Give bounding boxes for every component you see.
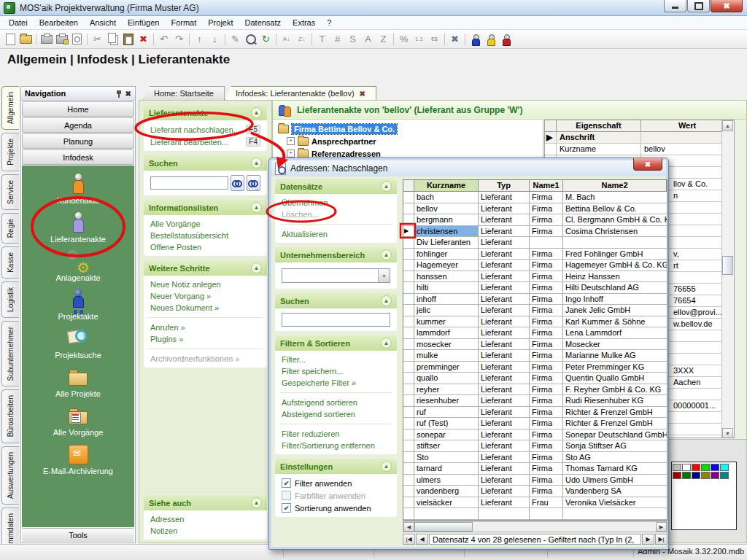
table-row[interactable]: inhoffLieferantFirmaIngo Inhoff	[403, 294, 667, 306]
color-swatch[interactable]	[673, 464, 681, 471]
cell-kurzname[interactable]: sonepar	[414, 429, 479, 441]
pin-icon[interactable]	[116, 90, 122, 98]
module-tab-auswertungen[interactable]: Auswertungen	[1, 446, 19, 505]
cell-name2[interactable]: M. Bach	[563, 192, 667, 203]
cell-kurzname[interactable]: ulmers	[414, 475, 479, 486]
link-neue-notiz-anlegen[interactable]: Neue Notiz anlegen	[150, 280, 260, 289]
cell-typ[interactable]: Lieferant	[479, 282, 530, 294]
table-row[interactable]: HagemeyerLieferantFirmaHagemeyer GmbH & …	[403, 260, 667, 271]
column-header-name1[interactable]: Name1	[530, 180, 563, 192]
table-row[interactable]: Div LieferantenLieferant	[403, 237, 667, 249]
nav-item-alle-projekte[interactable]: Alle Projekte	[55, 366, 101, 398]
format-number-icon[interactable]: #	[330, 32, 345, 47]
scrollbar-thumb[interactable]	[722, 256, 733, 275]
tools-button[interactable]: Tools	[22, 528, 134, 542]
table-row[interactable]	[403, 520, 667, 521]
cell-kurzname[interactable]: stiftser	[414, 440, 479, 452]
cell-typ[interactable]: Lieferant	[479, 316, 530, 328]
link-filter-reduzieren[interactable]: Filter reduzieren	[282, 429, 390, 438]
section-header-suchen[interactable]: Suchen▲	[144, 155, 267, 171]
table-row[interactable]	[403, 508, 667, 520]
table-row[interactable]: moseckerLieferantFirmaMosecker	[403, 339, 667, 351]
cell-typ[interactable]: Lieferant	[479, 486, 530, 497]
property-value-cell[interactable]	[641, 132, 734, 144]
table-row[interactable]: stiftserLieferantFirmaSonja Stiftser AG	[403, 440, 667, 452]
close-button[interactable]: ✖	[711, 0, 743, 12]
table-row[interactable]: hanssenLieferantFirmaHeinz Hanssen	[403, 271, 667, 283]
cell-typ[interactable]: Lieferant	[479, 497, 530, 509]
cell-typ[interactable]: Lieferant	[479, 214, 530, 226]
cell-name1[interactable]: Firma	[530, 395, 563, 407]
collapse-icon[interactable]: ▲	[251, 262, 262, 273]
menu-extras[interactable]: Extras	[287, 17, 321, 28]
cell-kurzname[interactable]: riesenhuber	[414, 395, 479, 407]
cell-name2[interactable]: Lena Lammdorf	[563, 327, 667, 339]
table-row[interactable]: bergmannLieferantFirmaCl. Bergmann GmbH …	[403, 214, 667, 226]
print-archive-icon[interactable]	[54, 32, 69, 47]
cell-name1[interactable]: Firma	[530, 429, 563, 441]
cell-name2[interactable]: Vandenberg SA	[563, 486, 667, 497]
cell-name1[interactable]: Firma	[530, 249, 563, 260]
format-z-icon[interactable]: Z	[376, 32, 391, 47]
table-horizontal-scrollbar[interactable]: ◀ ▶	[403, 521, 667, 532]
color-swatch[interactable]	[711, 472, 719, 479]
collapse-icon[interactable]: ▲	[381, 338, 392, 349]
menu-[interactable]: ?	[321, 17, 337, 28]
cell-kurzname[interactable]: Hagemeyer	[414, 260, 479, 271]
link-filter-speichern[interactable]: Filter speichern...	[282, 367, 390, 376]
cell-name1[interactable]: Firma	[530, 475, 563, 486]
section-header-datensätze[interactable]: Datensätze▲	[275, 179, 397, 194]
link-aufsteigend-sortieren[interactable]: Aufsteigend sortieren	[282, 398, 390, 407]
table-row[interactable]: kummerLieferantFirmaKarl Kummer & Söhne	[403, 316, 667, 328]
dialog-close-button[interactable]: ✖	[633, 158, 662, 171]
find-button[interactable]	[231, 175, 244, 191]
cell-kurzname[interactable]: inhoff	[414, 294, 479, 306]
cell-name2[interactable]: Hagemeyer GmbH & Co. KG	[563, 260, 667, 271]
link-aktualisieren[interactable]: Aktualisieren	[282, 230, 390, 238]
link-lieferant-bearbeiten[interactable]: Lieferant bearbeiten...F4	[150, 137, 260, 147]
link-anrufen[interactable]: Anrufen »	[150, 323, 260, 332]
cell-name1[interactable]: Firma	[530, 339, 563, 351]
module-tab-logistik[interactable]: Logistik	[1, 281, 19, 318]
cell-typ[interactable]: Lieferant	[479, 452, 530, 464]
cell-name2[interactable]: Sonja Stiftser AG	[563, 440, 667, 452]
cell-kurzname[interactable]: vielsäcker	[414, 497, 479, 509]
minimize-button[interactable]	[664, 0, 686, 12]
color-swatch[interactable]	[682, 472, 691, 479]
module-tab-service[interactable]: Service	[1, 174, 19, 210]
cell-name1[interactable]: Firma	[530, 407, 563, 419]
checkbox-box[interactable]: ✔	[282, 478, 291, 488]
scrollbar-thumb[interactable]	[414, 522, 473, 532]
cell-name1[interactable]: Firma	[530, 260, 563, 271]
scroll-down-icon[interactable]: ▼	[722, 428, 733, 438]
nav-button-infodesk[interactable]: Infodesk	[22, 149, 134, 165]
cell-typ[interactable]: Lieferant	[479, 271, 530, 283]
table-row[interactable]: vielsäckerLieferantFrauVeronika Vielsäck…	[403, 497, 667, 509]
cut-icon[interactable]: ✂	[90, 32, 105, 47]
redo-icon[interactable]: ↷	[171, 32, 187, 47]
section-header-siehe-auch[interactable]: Siehe auch▲	[144, 495, 267, 510]
table-row[interactable]: fohlingerLieferantFirmaFred Fohlinger Gm…	[403, 249, 667, 260]
cell-typ[interactable]: Lieferant	[479, 418, 530, 429]
cell-name2[interactable]: Mosecker	[563, 339, 667, 351]
cell-name2[interactable]: Heinz Hanssen	[563, 271, 667, 283]
section-header-suchen[interactable]: Suchen▲	[275, 293, 397, 308]
property-row[interactable]: ▶Anschrift	[545, 132, 734, 144]
format-text-icon[interactable]: T	[314, 32, 330, 47]
numbering-icon[interactable]: 1.1	[411, 32, 427, 47]
scroll-left-icon[interactable]: ◀	[403, 522, 414, 532]
table-row[interactable]: tarnardLieferantFirmaThomas Tarnard KG	[403, 463, 667, 475]
person-red-icon[interactable]	[498, 32, 514, 47]
link-notizen[interactable]: Notizen	[150, 526, 260, 535]
table-row[interactable]: soneparLieferantFirmaSonepar Deutschland…	[403, 429, 667, 441]
cell-typ[interactable]: Lieferant	[479, 440, 530, 452]
move-down-icon[interactable]: ↓	[207, 32, 222, 47]
table-row[interactable]: ▶christensenLieferantFirmaCosima Christe…	[403, 226, 667, 238]
cell-kurzname[interactable]: ruf (Test)	[414, 418, 479, 429]
cell-name1[interactable]: Firma	[530, 294, 563, 306]
cell-name1[interactable]: Firma	[530, 418, 563, 429]
restore-button[interactable]	[687, 0, 710, 12]
cell-name1[interactable]: Firma	[530, 327, 563, 339]
cell-kurzname[interactable]: hanssen	[414, 271, 479, 283]
cell-name1[interactable]: Firma	[530, 203, 563, 215]
